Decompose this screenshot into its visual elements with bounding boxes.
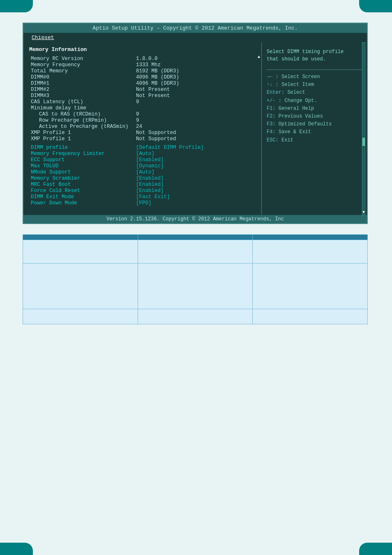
key-f2-label: F2 — [267, 113, 272, 119]
section-heading: Memory Information — [29, 46, 256, 53]
key-f2: F2: Previous Values — [267, 113, 362, 120]
label-xmp1: XMP Profile 1 — [29, 130, 136, 136]
right-panel: ▲ Select DIMM timing profile that should… — [262, 42, 367, 215]
key-esc-label: ESC — [267, 137, 276, 143]
value-dimm3: Not Present — [136, 93, 256, 99]
help-line2: that should be used. — [267, 56, 326, 62]
key-f4-label: F4 — [267, 129, 272, 135]
key-select-screen: →← : Select Screen — [267, 73, 362, 81]
tab-chipset[interactable]: Chipset — [27, 34, 59, 42]
label-freq-limiter: Memory Frequency Limiter — [29, 151, 136, 157]
label-trcd: CAS to RAS (tRCDmin) — [29, 111, 136, 117]
key-f4: F4: Save & Exit — [267, 128, 362, 136]
value-tolud: [Dynamic] — [136, 163, 256, 169]
content-area: Memory Information Memory RC Version 1.8… — [23, 42, 367, 215]
key-plusminus: +/- — [267, 98, 276, 104]
info-row-dimm0: DIMM#0 4096 MB (DDR3) — [29, 74, 256, 80]
lower-section — [23, 234, 368, 324]
config-nmode[interactable]: NMode Support [Auto] — [29, 169, 256, 175]
scroll-up-indicator: ▲ — [258, 55, 260, 59]
right-divider — [267, 69, 362, 70]
info-row-mindelay: Minimum delay time — [29, 105, 256, 111]
help-line1: Select DIMM timing profile — [267, 49, 344, 55]
corner-tr — [359, 0, 392, 12]
label-trp: Row Precharge (tRPmin) — [29, 118, 136, 123]
key-esc: ESC: Exit — [267, 136, 362, 144]
key-f3-label: F3 — [267, 121, 272, 127]
label-dimm2: DIMM#2 — [29, 87, 136, 92]
label-tras: Active to Precharge (tRASmin) — [29, 124, 136, 130]
label-dimm0: DIMM#0 — [29, 74, 136, 80]
value-dimm1: 4096 MB (DDR3) — [136, 81, 256, 86]
info-row-total: Total Memory 8192 MB (DDR3) — [29, 68, 256, 74]
value-xmp2: Not Supported — [136, 136, 256, 142]
label-dimm1: DIMM#1 — [29, 81, 136, 86]
label-dimm3: DIMM#3 — [29, 93, 136, 99]
info-row-xmp1: XMP Profile 1 Not Supported — [29, 130, 256, 136]
key-f1-label: F1 — [267, 106, 272, 111]
info-row-dimm1: DIMM#1 4096 MB (DDR3) — [29, 81, 256, 86]
info-row-cas: CAS Latency (tCL) 9 — [29, 99, 256, 105]
value-ecc: [Enabled] — [136, 157, 256, 163]
value-dimm0: 4096 MB (DDR3) — [136, 74, 256, 80]
table-row-2 — [23, 264, 368, 309]
table-row-1 — [23, 240, 368, 264]
label-power-down: Power Down Mode — [29, 200, 136, 206]
config-scrambler[interactable]: Memory Scrambler [Enabled] — [29, 176, 256, 181]
scrollbar-thumb[interactable] — [362, 138, 365, 146]
label-scrambler: Memory Scrambler — [29, 176, 136, 181]
corner-bl — [0, 543, 33, 555]
key-updown: ↑↓ — [267, 82, 272, 88]
scrollbar-track[interactable]: ▼ — [362, 42, 365, 215]
row2-col3 — [253, 264, 368, 309]
config-freq-limiter[interactable]: Memory Frequency Limiter [Auto] — [29, 151, 256, 157]
value-trp: 9 — [136, 118, 256, 123]
info-row-dimm3: DIMM#3 Not Present — [29, 93, 256, 99]
config-cold-reset[interactable]: Force Cold Reset [Enabled] — [29, 188, 256, 194]
info-row-xmp2: XMP Profile 1 Not Supported — [29, 136, 256, 142]
config-dimm-profile[interactable]: DIMM profile [Default DIMM Profile] — [29, 145, 256, 150]
value-total: 8192 MB (DDR3) — [136, 68, 256, 74]
value-dimm-exit: [Fast Exit] — [136, 194, 256, 200]
info-row-trcd: CAS to RAS (tRCDmin) 9 — [29, 111, 256, 117]
value-rc-version: 1.8.0.0 — [136, 56, 256, 62]
config-tolud[interactable]: Max TOLUD [Dynamic] — [29, 163, 256, 169]
info-row-rc-version: Memory RC Version 1.8.0.0 — [29, 56, 256, 62]
info-row-trp: Row Precharge (tRPmin) 9 — [29, 118, 256, 123]
value-power-down: [PPD] — [136, 200, 256, 206]
label-xmp2: XMP Profile 1 — [29, 136, 136, 142]
value-mrc-boot: [Enabled] — [136, 182, 256, 187]
bios-panel: Aptio Setup Utility – Copyright © 2012 A… — [23, 23, 368, 224]
value-dimm-profile: [Default DIMM Profile] — [136, 145, 256, 150]
label-total: Total Memory — [29, 68, 136, 74]
row2-col2 — [138, 264, 253, 309]
lower-table — [23, 234, 368, 324]
row3-col3 — [253, 309, 368, 324]
row2-col1 — [23, 264, 138, 309]
table-row-3 — [23, 309, 368, 324]
config-dimm-exit[interactable]: DIMM Exit Mode [Fast Exit] — [29, 194, 256, 200]
label-rc-version: Memory RC Version — [29, 56, 136, 62]
value-mindelay — [136, 105, 256, 111]
config-ecc[interactable]: ECC Support [Enabled] — [29, 157, 256, 163]
label-dimm-profile: DIMM profile — [29, 145, 136, 150]
label-tolud: Max TOLUD — [29, 163, 136, 169]
table-header-row — [23, 235, 368, 240]
tab-row: Chipset — [23, 33, 367, 42]
config-power-down[interactable]: Power Down Mode [PPD] — [29, 200, 256, 206]
value-xmp1: Not Supported — [136, 130, 256, 136]
label-nmode: NMode Support — [29, 169, 136, 175]
config-mrc-boot[interactable]: MRC Fast Boot [Enabled] — [29, 182, 256, 187]
value-trcd: 9 — [136, 111, 256, 117]
key-f1: F1: General Help — [267, 105, 362, 113]
label-cas: CAS Latency (tCL) — [29, 99, 136, 105]
info-row-tras: Active to Precharge (tRASmin) 24 — [29, 124, 256, 130]
help-text: Select DIMM timing profile that should b… — [267, 46, 362, 65]
scroll-down-indicator: ▼ — [362, 210, 365, 215]
corner-tl — [0, 0, 33, 12]
row1-col1 — [23, 240, 138, 264]
value-freq-limiter: [Auto] — [136, 151, 256, 157]
key-arrows: →← — [267, 74, 272, 80]
value-dimm2: Not Present — [136, 87, 256, 92]
key-change-opt: +/- : Change Opt. — [267, 97, 362, 105]
